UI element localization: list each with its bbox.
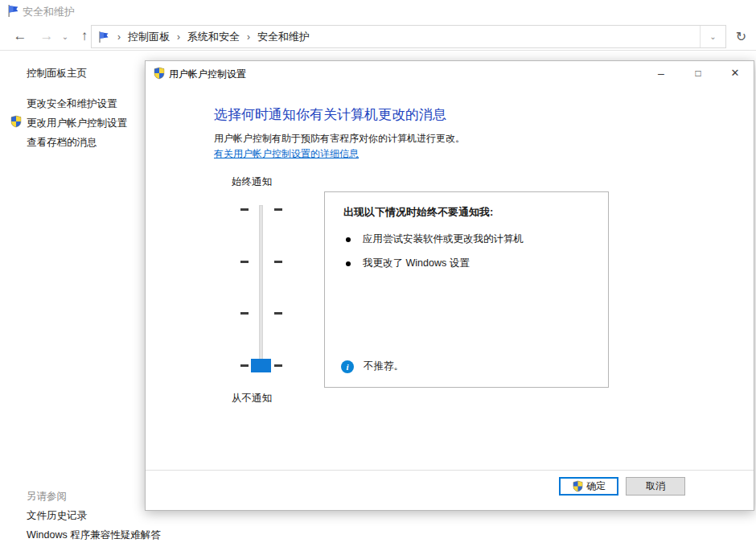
slider-tick <box>274 364 282 367</box>
uac-shield-icon <box>10 115 23 131</box>
breadcrumb-separator: › <box>110 31 128 43</box>
address-dropdown-button[interactable]: ⌄ <box>700 26 725 47</box>
chevron-down-icon: ⌄ <box>709 32 716 41</box>
slider-label-always-notify: 始终通知 <box>232 175 272 189</box>
slider-tick <box>240 208 249 211</box>
info-icon: i <box>341 360 354 373</box>
bullet-text: 应用尝试安装软件或更改我的计算机 <box>363 232 524 246</box>
up-icon: ↑ <box>81 28 88 44</box>
slider-tick <box>274 261 282 263</box>
dialog-titlebar[interactable]: 用户帐户控制设置 – □ ✕ <box>146 61 754 85</box>
notification-info-box: 出现以下情况时始终不要通知我: 应用尝试安装软件或更改我的计算机 我更改了 Wi… <box>324 191 609 388</box>
uac-shield-icon <box>572 480 584 492</box>
window-title: 安全和维护 <box>23 5 75 19</box>
recommendation-note: i 不推荐。 <box>341 360 404 373</box>
maximize-icon: □ <box>695 68 701 79</box>
slider-label-never-notify: 从不通知 <box>232 392 272 405</box>
slider-tick <box>240 261 249 263</box>
uac-slider-thumb[interactable] <box>251 359 271 372</box>
uac-slider-track[interactable] <box>259 205 263 372</box>
sidebar-see-also-header: 另请参阅 <box>27 490 67 504</box>
close-button[interactable]: ✕ <box>717 61 754 84</box>
sidebar-item-change-uac-settings[interactable]: 更改用户帐户控制设置 <box>27 117 127 130</box>
security-flag-icon <box>6 4 20 21</box>
window-titlebar: 安全和维护 <box>0 0 756 23</box>
forward-button[interactable]: → <box>35 23 58 50</box>
bullet-icon <box>346 237 351 242</box>
recent-pages-dropdown[interactable]: ⌄ <box>58 23 72 50</box>
close-icon: ✕ <box>731 67 740 79</box>
minimize-icon: – <box>658 67 664 80</box>
security-and-maintenance-window: 安全和维护 ← → ⌄ ↑ › 控制面板 › 系统和安全 › 安全和维护 ⌄ ↻… <box>0 0 756 547</box>
note-text: 不推荐。 <box>364 360 404 373</box>
dialog-description: 用户帐户控制有助于预防有害程序对你的计算机进行更改。 <box>214 132 465 146</box>
bullet-text: 我更改了 Windows 设置 <box>363 257 470 270</box>
sidebar-item-change-security-maintenance-settings[interactable]: 更改安全和维护设置 <box>27 97 117 111</box>
slider-tick <box>240 312 249 315</box>
list-item: 应用尝试安装软件或更改我的计算机 <box>346 232 524 246</box>
sidebar-item-file-history[interactable]: 文件历史记录 <box>27 509 87 523</box>
address-flag-icon <box>97 31 110 43</box>
cancel-button-label: 取消 <box>646 479 665 493</box>
dialog-title: 用户帐户控制设置 <box>169 68 246 81</box>
uac-settings-dialog: 用户帐户控制设置 – □ ✕ 选择何时通知你有关计算机更改的消息 用户帐户控制有… <box>145 60 754 511</box>
breadcrumb-separator: › <box>170 31 187 43</box>
uac-shield-icon <box>153 67 166 83</box>
forward-icon: → <box>40 28 54 44</box>
bullet-icon <box>346 261 351 266</box>
info-box-heading: 出现以下情况时始终不要通知我: <box>343 205 493 220</box>
footer-divider <box>146 470 754 471</box>
sidebar-item-view-archived-messages[interactable]: 查看存档的消息 <box>27 136 97 150</box>
refresh-icon: ↻ <box>736 29 746 44</box>
uac-details-link[interactable]: 有关用户帐户控制设置的详细信息 <box>214 147 359 161</box>
back-icon: ← <box>14 28 27 44</box>
list-item: 我更改了 Windows 设置 <box>346 257 470 270</box>
sidebar-item-control-panel-home[interactable]: 控制面板主页 <box>27 67 87 80</box>
ok-button[interactable]: 确定 <box>559 477 618 496</box>
minimize-button[interactable]: – <box>643 61 680 84</box>
refresh-button[interactable]: ↻ <box>728 25 754 48</box>
breadcrumb-security-maintenance[interactable]: 安全和维护 <box>257 30 310 44</box>
slider-tick <box>274 312 282 315</box>
slider-tick <box>240 364 249 367</box>
back-button[interactable]: ← <box>8 23 32 50</box>
dialog-heading: 选择何时通知你有关计算机更改的消息 <box>214 105 446 124</box>
sidebar-item-program-compatibility-troubleshooter[interactable]: Windows 程序兼容性疑难解答 <box>27 528 161 542</box>
address-bar[interactable]: › 控制面板 › 系统和安全 › 安全和维护 ⌄ <box>91 25 726 48</box>
navigation-bar: ← → ⌄ ↑ › 控制面板 › 系统和安全 › 安全和维护 ⌄ ↻ <box>0 23 756 51</box>
slider-tick <box>274 208 282 211</box>
maximize-button[interactable]: □ <box>680 61 717 84</box>
breadcrumb-separator: › <box>240 31 257 43</box>
cancel-button[interactable]: 取消 <box>626 477 685 496</box>
ok-button-label: 确定 <box>586 479 606 493</box>
breadcrumb-control-panel[interactable]: 控制面板 <box>128 30 170 44</box>
breadcrumb-system-security[interactable]: 系统和安全 <box>187 30 240 44</box>
chevron-down-icon: ⌄ <box>62 32 68 41</box>
